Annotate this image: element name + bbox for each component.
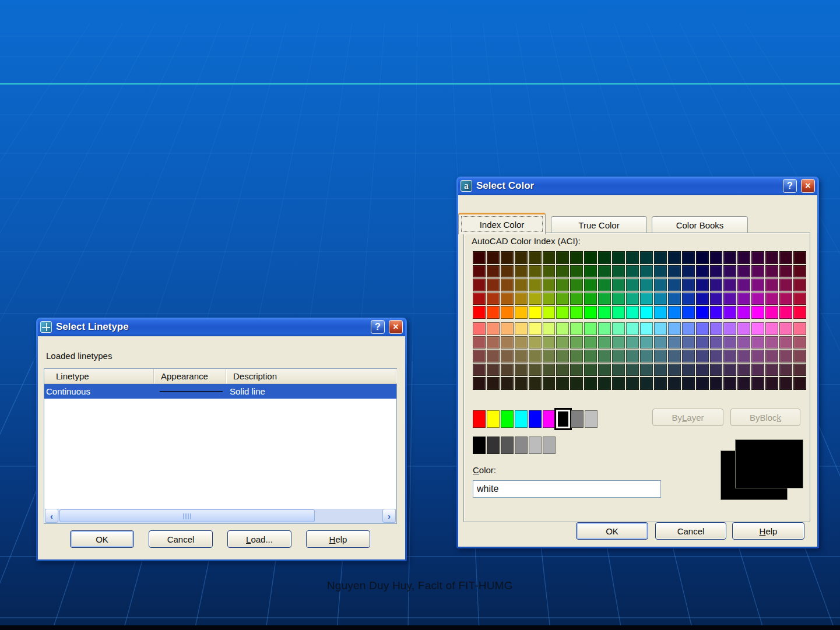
aci-color-swatch[interactable] (737, 293, 750, 305)
aci-color-swatch[interactable] (765, 350, 778, 362)
aci-color-swatch[interactable] (584, 293, 597, 305)
aci-color-swatch[interactable] (515, 265, 528, 278)
aci-color-swatch[interactable] (668, 322, 681, 335)
aci-color-swatch[interactable] (473, 293, 486, 305)
aci-color-swatch[interactable] (654, 293, 667, 305)
aci-color-swatch[interactable] (612, 350, 625, 362)
aci-color-swatch[interactable] (723, 293, 736, 305)
aci-color-swatch[interactable] (598, 265, 611, 278)
aci-color-swatch[interactable] (682, 279, 695, 291)
aci-color-swatch[interactable] (612, 306, 625, 319)
aci-color-swatch[interactable] (570, 293, 583, 305)
aci-color-swatch[interactable] (654, 279, 667, 291)
aci-color-swatch[interactable] (487, 336, 500, 349)
aci-color-swatch[interactable] (723, 336, 736, 349)
aci-color-swatch[interactable] (682, 293, 695, 305)
aci-color-swatch[interactable] (779, 251, 792, 264)
aci-color-swatch[interactable] (473, 251, 486, 264)
scroll-left-icon[interactable]: ‹ (45, 509, 58, 523)
ok-button[interactable]: OK (70, 530, 134, 548)
close-icon[interactable]: × (801, 179, 815, 193)
aci-color-swatch[interactable] (751, 251, 764, 264)
aci-color-swatch[interactable] (696, 322, 709, 335)
aci-color-swatch[interactable] (501, 377, 514, 390)
aci-color-swatch[interactable] (612, 377, 625, 390)
aci-color-swatch[interactable] (556, 293, 569, 305)
aci-color-swatch[interactable] (612, 336, 625, 349)
aci-color-swatch[interactable] (710, 265, 723, 278)
aci-color-swatch[interactable] (723, 279, 736, 291)
aci-color-swatch[interactable] (640, 306, 653, 319)
help-button[interactable]: Help (306, 530, 370, 548)
aci-color-swatch[interactable] (515, 306, 528, 319)
aci-color-swatch[interactable] (682, 364, 695, 376)
byblock-button[interactable]: ByBlock (730, 409, 800, 426)
color-name-input[interactable] (473, 480, 661, 498)
aci-color-swatch[interactable] (570, 279, 583, 291)
aci-color-swatch[interactable] (529, 350, 542, 362)
aci-color-swatch[interactable] (682, 251, 695, 264)
aci-color-swatch[interactable] (710, 336, 723, 349)
aci-color-swatch[interactable] (682, 336, 695, 349)
aci-color-swatch[interactable] (723, 251, 736, 264)
close-icon[interactable]: × (389, 320, 403, 334)
scrollbar-track[interactable] (58, 509, 382, 523)
aci-color-swatch[interactable] (668, 336, 681, 349)
aci-color-swatch[interactable] (584, 364, 597, 376)
aci-color-swatch[interactable] (501, 364, 514, 376)
aci-color-swatch[interactable] (696, 336, 709, 349)
aci-color-swatch[interactable] (696, 251, 709, 264)
aci-color-swatch[interactable] (501, 279, 514, 291)
gray-shade-swatch[interactable] (501, 437, 514, 454)
aci-color-swatch[interactable] (737, 364, 750, 376)
aci-color-swatch[interactable] (765, 293, 778, 305)
aci-color-swatch[interactable] (654, 350, 667, 362)
aci-color-swatch[interactable] (570, 265, 583, 278)
aci-color-swatch[interactable] (793, 306, 806, 319)
aci-color-swatch[interactable] (598, 377, 611, 390)
aci-color-swatch[interactable] (626, 377, 639, 390)
aci-color-swatch[interactable] (543, 350, 556, 362)
aci-color-swatch[interactable] (515, 364, 528, 376)
aci-color-swatch[interactable] (668, 364, 681, 376)
aci-color-swatch[interactable] (473, 336, 486, 349)
aci-color-swatch[interactable] (765, 279, 778, 291)
aci-color-swatch[interactable] (765, 322, 778, 335)
aci-color-swatch[interactable] (473, 364, 486, 376)
aci-color-swatch[interactable] (765, 336, 778, 349)
aci-color-swatch[interactable] (501, 293, 514, 305)
horizontal-scrollbar[interactable]: ‹ › (45, 509, 396, 523)
aci-color-swatch[interactable] (723, 350, 736, 362)
aci-color-swatch[interactable] (556, 265, 569, 278)
aci-color-swatch[interactable] (612, 322, 625, 335)
aci-color-swatch[interactable] (779, 306, 792, 319)
aci-color-swatch[interactable] (765, 306, 778, 319)
aci-color-swatch[interactable] (696, 364, 709, 376)
aci-color-swatch[interactable] (515, 279, 528, 291)
aci-color-swatch[interactable] (584, 336, 597, 349)
scrollbar-thumb[interactable] (59, 509, 315, 522)
aci-color-swatch[interactable] (696, 350, 709, 362)
aci-color-swatch[interactable] (598, 293, 611, 305)
aci-color-swatch[interactable] (668, 279, 681, 291)
aci-color-swatch[interactable] (723, 364, 736, 376)
aci-color-swatch[interactable] (529, 265, 542, 278)
aci-color-swatch[interactable] (626, 265, 639, 278)
aci-color-swatch[interactable] (515, 377, 528, 390)
aci-color-swatch[interactable] (556, 336, 569, 349)
aci-color-swatch[interactable] (668, 251, 681, 264)
aci-color-swatch[interactable] (793, 377, 806, 390)
aci-color-swatch[interactable] (543, 364, 556, 376)
aci-color-swatch[interactable] (779, 293, 792, 305)
aci-color-swatch[interactable] (556, 306, 569, 319)
gray-shade-swatch[interactable] (487, 437, 500, 454)
tab-color-books[interactable]: Color Books (652, 216, 748, 234)
aci-color-swatch[interactable] (751, 279, 764, 291)
aci-color-swatch[interactable] (612, 279, 625, 291)
aci-color-swatch[interactable] (737, 377, 750, 390)
aci-color-swatch[interactable] (737, 336, 750, 349)
help-titlebar-button[interactable]: ? (783, 179, 797, 193)
aci-color-swatch[interactable] (515, 293, 528, 305)
aci-color-swatch[interactable] (626, 293, 639, 305)
aci-color-swatch[interactable] (640, 350, 653, 362)
